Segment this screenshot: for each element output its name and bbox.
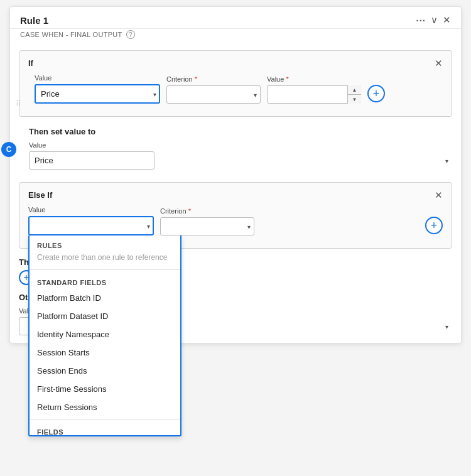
else-if-value-label: Value xyxy=(28,206,154,214)
dropdown-item-return-sessions[interactable]: Return Sessions xyxy=(30,398,180,416)
panel-header: Rule 1 ··· ∨ ✕ xyxy=(10,7,461,29)
else-if-criterion-select[interactable] xyxy=(160,217,254,235)
if-close-button[interactable]: ✕ xyxy=(435,58,443,68)
dropdown-rules-muted: Create more than one rule to reference xyxy=(30,252,180,267)
else-if-value-select-wrapper: ▾ RULES Create more than one rule to ref… xyxy=(28,216,154,235)
if-value-spinner-up[interactable]: ▲ xyxy=(348,85,361,95)
dropdown-item-platform-dataset-id[interactable]: Platform Dataset ID xyxy=(30,307,180,325)
dropdown-divider-2 xyxy=(30,419,180,419)
if-value-group: Value Price Quantity Discount ▾ xyxy=(35,74,160,104)
if-criterion-label: Criterion * xyxy=(166,75,261,83)
if-value-select-wrapper: Price Quantity Discount ▾ xyxy=(35,84,160,104)
chevron-icon[interactable]: ∨ xyxy=(431,14,438,26)
dropdown-rules-title: RULES xyxy=(30,235,180,252)
then-value-select-wrapper: Price Quantity Discount ▾ xyxy=(29,151,452,170)
then-value-label: Value xyxy=(29,141,452,149)
else-if-criterion-label: Criterion * xyxy=(160,207,254,215)
else-if-box: Else If ✕ Value ▾ RULES Create more than xyxy=(19,182,452,249)
dropdown-item-first-time-sessions[interactable]: First-time Sessions xyxy=(30,380,180,398)
if-criterion-select[interactable] xyxy=(166,85,261,104)
dropdown-overlay: RULES Create more than one rule to refer… xyxy=(28,235,181,436)
help-icon[interactable]: ? xyxy=(126,30,135,39)
dropdown-item-session-ends[interactable]: Session Ends xyxy=(30,362,180,380)
else-if-value-select[interactable] xyxy=(28,216,154,235)
if-value-right-required: * xyxy=(286,75,288,83)
circle-c-badge: C xyxy=(1,142,16,157)
then-title: Then set value to xyxy=(19,127,452,136)
else-if-criterion-group: Criterion * ▾ xyxy=(160,207,254,235)
if-value-spinner: ▲ ▼ xyxy=(347,85,361,104)
panel-subtitle: CASE WHEN - FINAL OUTPUT ? xyxy=(10,29,461,45)
else-if-title: Else If xyxy=(28,190,52,200)
then-value-select[interactable]: Price Quantity Discount xyxy=(29,151,154,170)
if-value-select[interactable]: Price Quantity Discount xyxy=(35,84,160,104)
else-if-criterion-select-wrapper: ▾ xyxy=(160,217,254,235)
dropdown-divider-1 xyxy=(30,269,180,270)
if-section-header: If ✕ xyxy=(28,58,443,68)
dropdown-item-platform-batch-id[interactable]: Platform Batch ID xyxy=(30,289,180,307)
if-value-right-label: Value * xyxy=(267,75,361,83)
then-section: C Then set value to Value Price Quantity… xyxy=(10,122,461,177)
then-value-group: Value Price Quantity Discount ▾ xyxy=(19,141,452,170)
else-if-fields-row: Value ▾ RULES Create more than one rule … xyxy=(28,206,443,235)
else-if-section: Else If ✕ Value ▾ RULES Create more than xyxy=(10,182,461,268)
dropdown-item-identity-namespace[interactable]: Identity Namespace xyxy=(30,325,180,343)
dropdown-fields-title: FIELDS xyxy=(30,422,180,436)
else-if-value-group: Value ▾ RULES Create more than one rule … xyxy=(28,206,154,235)
if-criterion-select-wrapper: ▾ xyxy=(166,85,261,104)
if-title: If xyxy=(28,58,33,68)
if-section: If ✕ ⠿ Value Price Quantity Discount ▾ xyxy=(19,50,452,117)
if-value-right-wrapper: ▲ ▼ xyxy=(267,85,361,104)
if-value-right-group: Value * ▲ ▼ xyxy=(267,75,361,104)
panel-title: Rule 1 xyxy=(20,15,48,26)
else-if-section-header: Else If ✕ xyxy=(28,190,443,200)
then-value-chevron: ▾ xyxy=(445,157,448,164)
else-if-close-button[interactable]: ✕ xyxy=(435,190,443,200)
if-criterion-required: * xyxy=(195,75,197,83)
close-icon[interactable]: ✕ xyxy=(443,14,451,26)
dropdown-standard-fields-title: STANDARD FIELDS xyxy=(30,273,180,289)
if-criterion-group: Criterion * ▾ xyxy=(166,75,261,104)
if-value-spinner-down[interactable]: ▼ xyxy=(348,95,361,104)
if-add-button[interactable]: + xyxy=(367,85,385,102)
if-container: If ✕ ⠿ Value Price Quantity Discount ▾ xyxy=(10,50,461,177)
if-fields-row: ⠿ Value Price Quantity Discount ▾ xyxy=(28,74,443,104)
more-icon[interactable]: ··· xyxy=(416,15,426,26)
drag-handle-icon[interactable]: ⠿ xyxy=(16,99,21,108)
dropdown-item-session-starts[interactable]: Session Starts xyxy=(30,343,180,362)
other-value-chevron: ▾ xyxy=(445,323,448,330)
else-if-criterion-required: * xyxy=(188,207,191,215)
if-value-label: Value xyxy=(35,74,160,82)
header-actions: ··· ∨ ✕ xyxy=(416,14,451,26)
rule-panel: Rule 1 ··· ∨ ✕ CASE WHEN - FINAL OUTPUT … xyxy=(9,6,462,343)
else-if-add-button[interactable]: + xyxy=(425,217,443,234)
